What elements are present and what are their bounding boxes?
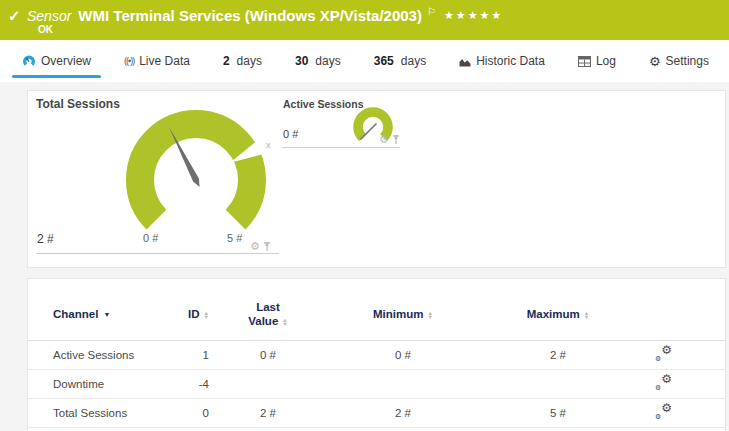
tab-number: 30 bbox=[295, 54, 308, 68]
gauge-settings-gear-icon[interactable]: ⚙ bbox=[379, 134, 389, 145]
column-header-minimum[interactable]: Minimum▲▼ bbox=[323, 279, 483, 340]
channel-settings-gears-icon[interactable]: ⚙⚙ bbox=[655, 404, 672, 419]
sort-icon: ▲▼ bbox=[584, 311, 589, 319]
channel-name: Downtime bbox=[28, 369, 158, 398]
column-header-last-value[interactable]: Last Value▲▼ bbox=[213, 279, 323, 340]
flag-icon[interactable]: ⚐ bbox=[427, 6, 436, 17]
channel-id: 0 bbox=[158, 398, 213, 427]
channel-settings-gears-icon[interactable]: ⚙⚙ bbox=[655, 346, 672, 361]
total-sessions-gauge-title: Total Sessions bbox=[36, 97, 120, 111]
tab-live-data[interactable]: ((•)) Live Data bbox=[114, 40, 200, 82]
tab-label: Log bbox=[596, 54, 616, 68]
priority-stars[interactable]: ★★★★★ bbox=[444, 9, 503, 21]
tab-label: Historic Data bbox=[476, 54, 545, 68]
tab-overview[interactable]: Overview bbox=[12, 40, 101, 82]
tab-label: Settings bbox=[666, 54, 709, 68]
ok-check-icon: ✓ bbox=[8, 7, 21, 25]
total-sessions-gauge: x bbox=[116, 96, 278, 258]
tab-365-days[interactable]: 365 days bbox=[364, 40, 436, 82]
gauge-scale-min: 0 # bbox=[143, 232, 158, 244]
column-label: ID bbox=[188, 308, 200, 320]
tab-label: days bbox=[401, 54, 426, 68]
divider bbox=[282, 147, 400, 148]
channel-maximum: 2 # bbox=[483, 340, 633, 369]
sensor-type-label: Sensor bbox=[27, 8, 71, 24]
column-label: Minimum bbox=[373, 308, 423, 320]
tab-number: 365 bbox=[374, 54, 394, 68]
sort-icon: ▲▼ bbox=[428, 311, 433, 319]
pin-icon[interactable] bbox=[392, 134, 400, 145]
gauge-settings-gear-icon[interactable]: ⚙ bbox=[250, 241, 260, 252]
gear-icon: ⚙ bbox=[649, 54, 661, 69]
gauge-icon bbox=[22, 54, 36, 68]
channels-table-panel: Channel▼ ID▲▼ Last Value▲▼ Minimum▲▼ Max… bbox=[27, 278, 726, 431]
channels-table: Channel▼ ID▲▼ Last Value▲▼ Minimum▲▼ Max… bbox=[28, 279, 725, 428]
page-title: WMI Terminal Services (Windows XP/Vista/… bbox=[78, 7, 422, 24]
channel-minimum: 2 # bbox=[323, 398, 483, 427]
limit-marker-label: x bbox=[266, 140, 271, 150]
sort-icon: ▲▼ bbox=[204, 311, 209, 319]
sensor-status-header: ✓ SensorWMI Terminal Services (Windows X… bbox=[0, 0, 729, 40]
divider bbox=[36, 253, 279, 254]
channel-settings-gears-icon[interactable]: ⚙⚙ bbox=[655, 375, 672, 390]
tab-2-days[interactable]: 2 days bbox=[213, 40, 272, 82]
channel-last-value: 0 # bbox=[213, 340, 323, 369]
column-label: Last Value bbox=[248, 301, 280, 327]
active-sessions-current-value: 0 # bbox=[283, 128, 298, 140]
tab-settings[interactable]: ⚙ Settings bbox=[639, 40, 719, 82]
tab-log[interactable]: Log bbox=[568, 40, 626, 82]
channel-last-value: 2 # bbox=[213, 398, 323, 427]
table-row[interactable]: Downtime -4 ⚙⚙ bbox=[28, 369, 725, 398]
column-header-settings bbox=[633, 279, 725, 340]
channel-name: Active Sessions bbox=[28, 340, 158, 369]
area-chart-icon bbox=[459, 56, 471, 67]
table-row[interactable]: Total Sessions 0 2 # 2 # 5 # ⚙⚙ bbox=[28, 398, 725, 427]
table-header-row: Channel▼ ID▲▼ Last Value▲▼ Minimum▲▼ Max… bbox=[28, 279, 725, 340]
channel-minimum bbox=[323, 369, 483, 398]
column-header-id[interactable]: ID▲▼ bbox=[158, 279, 213, 340]
tab-30-days[interactable]: 30 days bbox=[285, 40, 351, 82]
sort-desc-icon: ▼ bbox=[103, 311, 110, 318]
gauge-scale-max: 5 # bbox=[227, 232, 242, 244]
gauges-panel: Total Sessions x 2 # 0 # 5 # ⚙ Active Se… bbox=[27, 90, 726, 268]
tab-label: days bbox=[315, 54, 340, 68]
sort-icon: ▲▼ bbox=[282, 318, 287, 326]
status-badge: OK bbox=[38, 24, 53, 35]
log-table-icon bbox=[578, 56, 591, 67]
channel-last-value bbox=[213, 369, 323, 398]
tab-label: Live Data bbox=[139, 54, 190, 68]
live-data-icon: ((•)) bbox=[124, 56, 134, 66]
tab-label: Overview bbox=[41, 54, 91, 68]
content-area: Total Sessions x 2 # 0 # 5 # ⚙ Active Se… bbox=[0, 82, 729, 431]
tab-bar: Overview ((•)) Live Data 2 days 30 days … bbox=[0, 40, 729, 82]
pin-icon[interactable] bbox=[263, 241, 271, 252]
channel-maximum bbox=[483, 369, 633, 398]
table-row[interactable]: Active Sessions 1 0 # 0 # 2 # ⚙⚙ bbox=[28, 340, 725, 369]
column-label: Maximum bbox=[527, 308, 580, 320]
channel-name: Total Sessions bbox=[28, 398, 158, 427]
column-header-maximum[interactable]: Maximum▲▼ bbox=[483, 279, 633, 340]
column-label: Channel bbox=[53, 308, 98, 320]
channel-minimum: 0 # bbox=[323, 340, 483, 369]
channel-maximum: 5 # bbox=[483, 398, 633, 427]
column-header-channel[interactable]: Channel▼ bbox=[28, 279, 158, 340]
tab-label: days bbox=[237, 54, 262, 68]
tab-historic-data[interactable]: Historic Data bbox=[449, 40, 555, 82]
channel-id: -4 bbox=[158, 369, 213, 398]
total-sessions-current-value: 2 # bbox=[37, 232, 54, 246]
tab-number: 2 bbox=[223, 54, 230, 68]
channel-id: 1 bbox=[158, 340, 213, 369]
